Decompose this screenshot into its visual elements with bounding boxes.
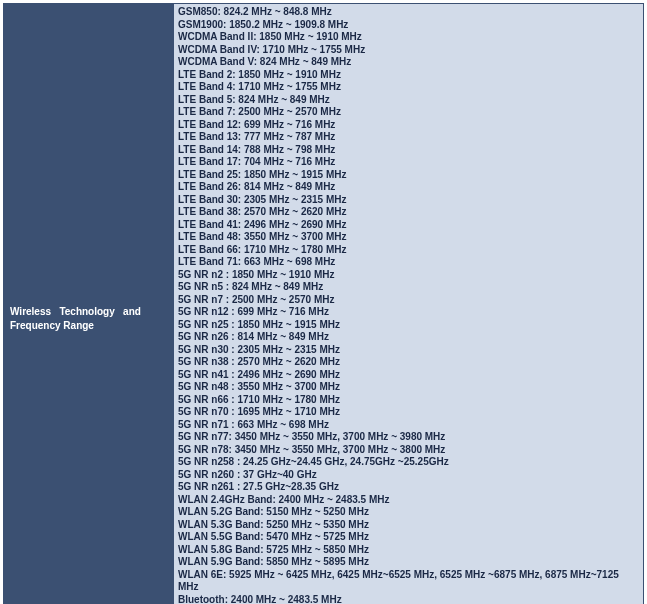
header-label: Wireless Technology and Frequency Range (10, 305, 141, 333)
frequency-entry: 5G NR n38 : 2570 MHz ~ 2620 MHz (178, 356, 639, 369)
frequency-entry: WLAN 5.2G Band: 5150 MHz ~ 5250 MHz (178, 506, 639, 519)
frequency-entry: WLAN 5.5G Band: 5470 MHz ~ 5725 MHz (178, 531, 639, 544)
frequency-entry: 5G NR n41 : 2496 MHz ~ 2690 MHz (178, 369, 639, 382)
frequency-entry: LTE Band 71: 663 MHz ~ 698 MHz (178, 256, 639, 269)
frequency-entry: LTE Band 25: 1850 MHz ~ 1915 MHz (178, 169, 639, 182)
frequency-entry: 5G NR n48 : 3550 MHz ~ 3700 MHz (178, 381, 639, 394)
frequency-entry: 5G NR n25 : 1850 MHz ~ 1915 MHz (178, 319, 639, 332)
frequency-entry: WCDMA Band IV: 1710 MHz ~ 1755 MHz (178, 44, 639, 57)
frequency-entry: LTE Band 41: 2496 MHz ~ 2690 MHz (178, 219, 639, 232)
frequency-entry: LTE Band 12: 699 MHz ~ 716 MHz (178, 119, 639, 132)
frequency-entry: WCDMA Band II: 1850 MHz ~ 1910 MHz (178, 31, 639, 44)
frequency-entry: LTE Band 4: 1710 MHz ~ 1755 MHz (178, 81, 639, 94)
frequency-entry: 5G NR n261 : 27.5 GHz~28.35 GHz (178, 481, 639, 494)
spec-row-header: Wireless Technology and Frequency Range (4, 4, 174, 604)
frequency-entry: 5G NR n258 : 24.25 GHz~24.45 GHz, 24.75G… (178, 456, 639, 469)
frequency-entry: GSM1900: 1850.2 MHz ~ 1909.8 MHz (178, 19, 639, 32)
frequency-entry: 5G NR n12 : 699 MHz ~ 716 MHz (178, 306, 639, 319)
spec-table: Wireless Technology and Frequency Range … (3, 3, 644, 604)
frequency-entry: LTE Band 26: 814 MHz ~ 849 MHz (178, 181, 639, 194)
spec-row-value: GSM850: 824.2 MHz ~ 848.8 MHzGSM1900: 18… (174, 4, 643, 604)
frequency-entry: LTE Band 17: 704 MHz ~ 716 MHz (178, 156, 639, 169)
frequency-entry: LTE Band 66: 1710 MHz ~ 1780 MHz (178, 244, 639, 257)
frequency-entry: LTE Band 5: 824 MHz ~ 849 MHz (178, 94, 639, 107)
frequency-entry: WLAN 5.8G Band: 5725 MHz ~ 5850 MHz (178, 544, 639, 557)
frequency-entry: 5G NR n78: 3450 MHz ~ 3550 MHz, 3700 MHz… (178, 444, 639, 457)
frequency-entry: LTE Band 2: 1850 MHz ~ 1910 MHz (178, 69, 639, 82)
header-word: Frequency Range (10, 320, 94, 331)
frequency-entry: LTE Band 13: 777 MHz ~ 787 MHz (178, 131, 639, 144)
frequency-entry: GSM850: 824.2 MHz ~ 848.8 MHz (178, 6, 639, 19)
frequency-entry: WLAN 5.9G Band: 5850 MHz ~ 5895 MHz (178, 556, 639, 569)
frequency-entry: 5G NR n5 : 824 MHz ~ 849 MHz (178, 281, 639, 294)
frequency-entry: LTE Band 48: 3550 MHz ~ 3700 MHz (178, 231, 639, 244)
frequency-entry: 5G NR n70 : 1695 MHz ~ 1710 MHz (178, 406, 639, 419)
frequency-entry: WLAN 5.3G Band: 5250 MHz ~ 5350 MHz (178, 519, 639, 532)
frequency-entry: WLAN 6E: 5925 MHz ~ 6425 MHz, 6425 MHz~6… (178, 569, 639, 594)
frequency-entry: 5G NR n77: 3450 MHz ~ 3550 MHz, 3700 MHz… (178, 431, 639, 444)
header-word: and (123, 306, 141, 317)
frequency-entry: 5G NR n66 : 1710 MHz ~ 1780 MHz (178, 394, 639, 407)
frequency-entry: 5G NR n30 : 2305 MHz ~ 2315 MHz (178, 344, 639, 357)
frequency-entry: 5G NR n26 : 814 MHz ~ 849 MHz (178, 331, 639, 344)
frequency-entry: LTE Band 7: 2500 MHz ~ 2570 MHz (178, 106, 639, 119)
frequency-entry: 5G NR n71 : 663 MHz ~ 698 MHz (178, 419, 639, 432)
frequency-entry: LTE Band 14: 788 MHz ~ 798 MHz (178, 144, 639, 157)
frequency-entry: 5G NR n260 : 37 GHz~40 GHz (178, 469, 639, 482)
frequency-entry: LTE Band 30: 2305 MHz ~ 2315 MHz (178, 194, 639, 207)
frequency-entry: 5G NR n2 : 1850 MHz ~ 1910 MHz (178, 269, 639, 282)
frequency-entry: WLAN 2.4GHz Band: 2400 MHz ~ 2483.5 MHz (178, 494, 639, 507)
header-word: Technology (59, 306, 114, 317)
frequency-entry: WCDMA Band V: 824 MHz ~ 849 MHz (178, 56, 639, 69)
frequency-entry: 5G NR n7 : 2500 MHz ~ 2570 MHz (178, 294, 639, 307)
frequency-entry: LTE Band 38: 2570 MHz ~ 2620 MHz (178, 206, 639, 219)
header-word: Wireless (10, 306, 51, 317)
frequency-entry: Bluetooth: 2400 MHz ~ 2483.5 MHz (178, 594, 639, 605)
